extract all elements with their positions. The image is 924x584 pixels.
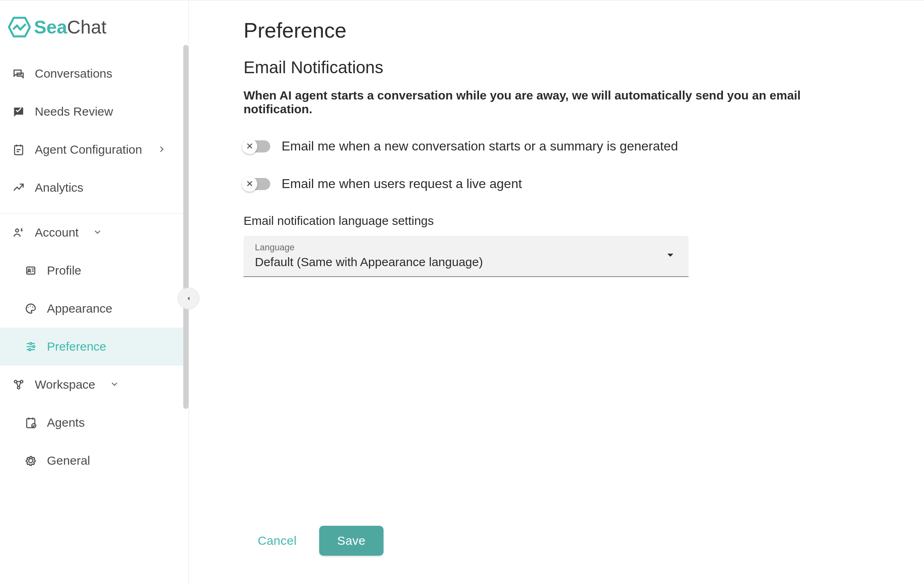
- toggle-thumb: ✕: [242, 176, 257, 192]
- sidebar-group-label: Workspace: [35, 378, 95, 391]
- toggle-live-agent[interactable]: ✕: [244, 178, 270, 190]
- sidebar-group-account[interactable]: Account: [0, 214, 189, 252]
- sidebar-item-label: General: [47, 454, 90, 468]
- sidebar: SeaChat Conversations Needs Review: [0, 0, 189, 584]
- analytics-icon: [12, 181, 25, 194]
- svg-point-9: [30, 343, 32, 345]
- action-bar: Cancel Save: [258, 526, 384, 556]
- save-button[interactable]: Save: [319, 526, 383, 556]
- sidebar-item-appearance[interactable]: Appearance: [0, 290, 189, 328]
- page-title: Preference: [244, 18, 827, 42]
- review-icon: [12, 105, 25, 118]
- sidebar-group-workspace[interactable]: Workspace: [0, 366, 189, 404]
- sidebar-item-agents[interactable]: Agents: [0, 404, 189, 442]
- sidebar-item-label: Agent Configuration: [35, 143, 142, 157]
- sidebar-item-preference[interactable]: Preference: [0, 328, 189, 366]
- chat-icon: [12, 67, 25, 80]
- config-icon: [12, 143, 25, 156]
- svg-point-5: [28, 269, 30, 271]
- cancel-button[interactable]: Cancel: [258, 534, 297, 548]
- sidebar-item-analytics[interactable]: Analytics: [0, 169, 189, 207]
- chevron-right-icon: [157, 143, 166, 157]
- profile-icon: [24, 264, 37, 277]
- section-description: When AI agent starts a conversation whil…: [244, 89, 827, 116]
- dropdown-arrow-icon: [666, 251, 675, 261]
- main-content: Preference Email Notifications When AI a…: [189, 0, 924, 584]
- logo-text-chat: Chat: [67, 17, 106, 38]
- sidebar-item-label: Preference: [47, 340, 106, 353]
- sidebar-item-conversations[interactable]: Conversations: [0, 55, 189, 93]
- svg-point-12: [14, 380, 17, 383]
- sidebar-item-label: Profile: [47, 264, 81, 277]
- chevron-down-icon: [93, 226, 102, 239]
- sidebar-group-label: Account: [35, 226, 78, 239]
- general-icon: [24, 454, 37, 467]
- collapse-sidebar-button[interactable]: [178, 288, 199, 309]
- logo[interactable]: SeaChat: [0, 8, 189, 55]
- svg-point-10: [33, 346, 35, 348]
- svg-point-7: [30, 306, 31, 307]
- toggle-label: Email me when a new conversation starts …: [282, 139, 678, 154]
- toggle-label: Email me when users request a live agent: [282, 176, 522, 191]
- sidebar-item-label: Needs Review: [35, 105, 113, 118]
- sidebar-item-agent-configuration[interactable]: Agent Configuration: [0, 131, 189, 169]
- toggle-row-new-conversation: ✕ Email me when a new conversation start…: [244, 139, 827, 154]
- svg-point-2: [16, 229, 19, 232]
- toggle-thumb: ✕: [242, 139, 257, 154]
- sidebar-item-label: Conversations: [35, 67, 112, 80]
- language-settings-label: Email notification language settings: [244, 214, 827, 228]
- chevron-down-icon: [110, 378, 119, 391]
- sidebar-item-label: Analytics: [35, 181, 83, 195]
- select-float-label: Language: [255, 242, 677, 253]
- sidebar-item-profile[interactable]: Profile: [0, 252, 189, 290]
- sidebar-item-label: Agents: [47, 416, 85, 430]
- workspace-icon: [12, 378, 25, 391]
- section-title: Email Notifications: [244, 58, 827, 77]
- sidebar-item-label: Appearance: [47, 302, 112, 315]
- preference-icon: [24, 340, 37, 353]
- logo-text-sea: Sea: [34, 17, 67, 38]
- svg-point-11: [29, 349, 31, 351]
- scrollbar[interactable]: [183, 45, 189, 409]
- toggle-new-conversation[interactable]: ✕: [244, 140, 270, 152]
- sidebar-item-needs-review[interactable]: Needs Review: [0, 93, 189, 131]
- select-value: Default (Same with Appearance language): [255, 255, 677, 269]
- svg-point-6: [28, 307, 29, 308]
- appearance-icon: [24, 302, 37, 315]
- logo-icon: [8, 16, 31, 38]
- language-select[interactable]: Language Default (Same with Appearance l…: [244, 236, 689, 277]
- svg-point-13: [20, 380, 23, 383]
- agents-icon: [24, 416, 37, 429]
- toggle-row-live-agent: ✕ Email me when users request a live age…: [244, 176, 827, 191]
- svg-point-8: [32, 307, 34, 308]
- sidebar-item-general[interactable]: General: [0, 442, 189, 480]
- account-icon: [12, 226, 25, 239]
